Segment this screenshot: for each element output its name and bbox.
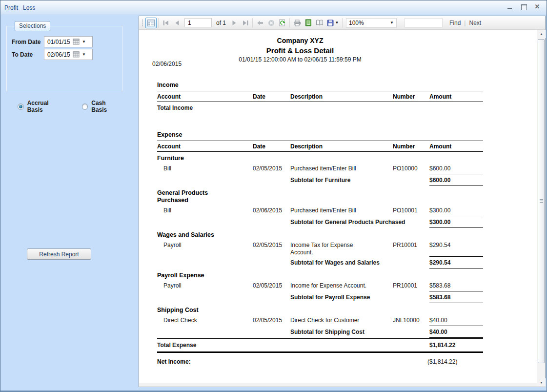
- scrollbar-thumb[interactable]: [538, 39, 545, 363]
- print-layout-button[interactable]: [303, 18, 314, 28]
- subtotal-label: Subtotal for Wages and Salaries: [290, 256, 429, 266]
- titlebar: Profit _Loss ✕: [0, 0, 547, 15]
- col-header-date: Date: [253, 93, 290, 100]
- expense-group-name: Shipping Cost: [157, 304, 225, 314]
- print-button[interactable]: [291, 18, 303, 28]
- report-toolbar: of 1: [139, 16, 545, 30]
- next-page-icon: [231, 20, 237, 26]
- export-button[interactable]: ▼: [325, 18, 341, 28]
- zoom-select[interactable]: 100% ▼: [346, 18, 397, 28]
- report-title: Profit & Loss Detail: [152, 45, 448, 56]
- from-date-row: From Date ▼: [12, 36, 93, 47]
- expense-group-name: General Products Purchased: [157, 186, 225, 204]
- cell-description: Direct Check for Customer: [290, 317, 393, 324]
- page-setup-button[interactable]: [314, 18, 325, 28]
- cell-description: Income Tax for Expense Account.: [290, 242, 393, 256]
- col-header-amount: Amount: [429, 93, 483, 100]
- chevron-down-icon: ▼: [390, 21, 394, 25]
- scroll-down-button[interactable]: ▼: [537, 378, 546, 387]
- find-text-input[interactable]: [405, 18, 443, 28]
- find-controls: Find | Next: [449, 20, 481, 26]
- page-count-label: of 1: [216, 20, 226, 26]
- back-button[interactable]: [254, 18, 265, 28]
- print-layout-icon: [305, 19, 312, 26]
- close-button[interactable]: ✕: [534, 3, 541, 10]
- col-header-description: Description: [290, 93, 393, 100]
- refresh-button[interactable]: [277, 18, 288, 28]
- chevron-down-icon[interactable]: ▼: [80, 40, 88, 44]
- to-date-row: To Date ▼: [12, 49, 93, 60]
- previous-page-button[interactable]: [171, 18, 182, 28]
- net-income-label: Net Income:: [157, 358, 429, 365]
- report-header: Company XYZ Profit & Loss Detail 01/01/1…: [152, 36, 448, 63]
- window-title: Profit _Loss: [4, 4, 35, 11]
- window-controls: ✕: [506, 3, 541, 10]
- table-row: Bill 02/06/2015 Purchased item/Enter Bil…: [157, 204, 483, 216]
- refresh-icon: [279, 19, 286, 26]
- page-number-input[interactable]: [184, 18, 212, 27]
- find-next-link[interactable]: Next: [469, 20, 481, 26]
- table-row: Payroll 02/05/2015 Income Tax for Expens…: [157, 239, 483, 256]
- col-header-amount: Amount: [429, 143, 483, 150]
- col-header-number: Number: [393, 93, 429, 100]
- next-page-button[interactable]: [228, 18, 240, 28]
- stop-icon: [268, 20, 275, 26]
- table-row: Direct Check 02/05/2015 Direct Check for…: [157, 314, 483, 326]
- subtotal-amount: $300.00: [429, 216, 483, 228]
- company-name: Company XYZ: [152, 36, 448, 45]
- find-link[interactable]: Find: [449, 20, 461, 26]
- cell-number: PR10001: [393, 242, 429, 249]
- report-viewport: Company XYZ Profit & Loss Detail 01/01/1…: [139, 30, 545, 387]
- calendar-icon[interactable]: [73, 39, 80, 45]
- parameters-panel-icon: [147, 20, 155, 26]
- cell-amount: $40.00: [429, 317, 483, 324]
- table-rule-thick: [157, 351, 483, 353]
- cell-amount: $300.00: [429, 207, 483, 214]
- stop-button[interactable]: [265, 18, 277, 28]
- toolbar-separator: [342, 18, 343, 28]
- net-income-row: Net Income: ($1,814.22): [157, 358, 483, 365]
- maximize-button[interactable]: [520, 3, 527, 10]
- toolbar-grip-handle[interactable]: [142, 19, 143, 27]
- income-section-title: Income: [157, 82, 483, 91]
- to-date-picker[interactable]: ▼: [44, 49, 93, 60]
- selections-group-box: Selections From Date ▼: [6, 26, 122, 91]
- to-date-input[interactable]: [44, 51, 72, 58]
- cash-basis-radio[interactable]: [82, 103, 88, 110]
- vertical-scrollbar[interactable]: ▲ ▼: [537, 30, 545, 387]
- accrual-basis-radio[interactable]: [18, 103, 24, 110]
- toolbar-separator: [252, 18, 253, 28]
- chevron-down-icon[interactable]: ▼: [80, 52, 88, 57]
- subtotal-label: Subtotal for Shipping Cost: [290, 326, 429, 335]
- scroll-up-button[interactable]: ▲: [537, 30, 546, 38]
- last-page-button[interactable]: [240, 18, 251, 28]
- first-page-icon: [162, 20, 169, 26]
- toolbar-separator: [289, 18, 290, 28]
- toolbar-separator: [158, 18, 159, 28]
- subtotal-row: Subtotal for Wages and Salaries $290.54: [157, 256, 483, 269]
- cell-number: PO10000: [393, 165, 429, 172]
- cell-description: Income for Expense Account.: [290, 282, 393, 289]
- from-date-input[interactable]: [44, 39, 72, 45]
- cell-account: Bill: [157, 165, 253, 172]
- zoom-value: 100%: [349, 20, 364, 26]
- cell-account: Payroll: [157, 242, 253, 249]
- minimize-button[interactable]: [506, 3, 513, 10]
- cell-description: Purchased item/Enter Bill: [290, 207, 393, 214]
- first-page-button[interactable]: [160, 18, 171, 28]
- cell-date: 02/05/2015: [253, 165, 290, 172]
- cell-number: PO10001: [393, 207, 429, 214]
- refresh-report-button[interactable]: Refresh Report: [27, 248, 91, 260]
- from-date-picker[interactable]: ▼: [44, 36, 93, 47]
- net-income-value: ($1,814.22): [427, 358, 481, 365]
- calendar-icon[interactable]: [73, 51, 80, 58]
- subtotal-label: Subtotal for Furniture: [290, 174, 429, 184]
- cell-date: 02/06/2015: [253, 207, 290, 214]
- parameters-panel-toggle-button[interactable]: [145, 18, 157, 28]
- subtotal-amount: $600.00: [429, 174, 483, 186]
- cell-amount: $290.54: [429, 242, 483, 249]
- last-page-icon: [242, 20, 249, 26]
- cell-number: PR10001: [393, 282, 429, 289]
- previous-page-icon: [174, 20, 180, 26]
- cell-amount: $583.68: [429, 282, 483, 289]
